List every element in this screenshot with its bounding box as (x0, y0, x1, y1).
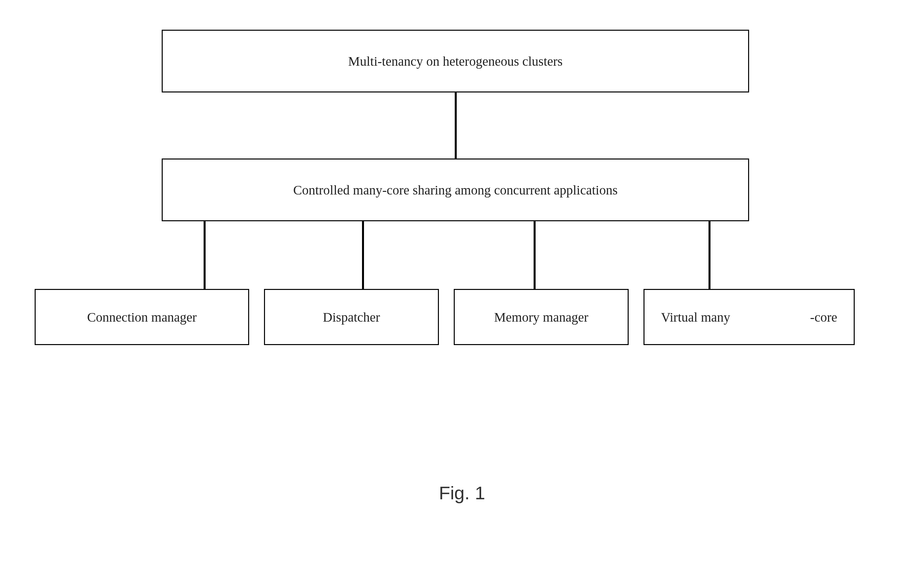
connector-middle-bottom-2 (362, 221, 364, 289)
bottom-box-3-label: Memory manager (494, 310, 588, 325)
bottom-box-4-label-part2: -core (810, 310, 837, 325)
connector-middle-bottom-1 (204, 221, 206, 289)
middle-box-label: Controlled many-core sharing among concu… (293, 182, 617, 198)
figure-caption: Fig. 1 (0, 482, 924, 503)
connector-middle-bottom-4 (708, 221, 711, 289)
bottom-box-2-label: Dispatcher (323, 310, 380, 325)
top-box-label: Multi-tenancy on heterogeneous clusters (348, 54, 562, 69)
bottom-box-connection-manager: Connection manager (34, 289, 249, 345)
diagram-container: Multi-tenancy on heterogeneous clusters … (0, 0, 924, 565)
bottom-box-4-content: Virtual many -core (651, 310, 847, 325)
bottom-box-4-label-part1: Virtual many (661, 310, 730, 325)
connector-middle-bottom-3 (534, 221, 536, 289)
bottom-box-1-label: Connection manager (87, 310, 196, 325)
bottom-box-dispatcher: Dispatcher (264, 289, 439, 345)
top-box: Multi-tenancy on heterogeneous clusters (162, 30, 749, 92)
bottom-box-memory-manager: Memory manager (454, 289, 628, 345)
bottom-box-virtual-many-core: Virtual many -core (644, 289, 855, 345)
middle-box: Controlled many-core sharing among concu… (162, 158, 749, 221)
figure-caption-text: Fig. 1 (439, 482, 485, 503)
connector-top-middle (455, 92, 457, 158)
